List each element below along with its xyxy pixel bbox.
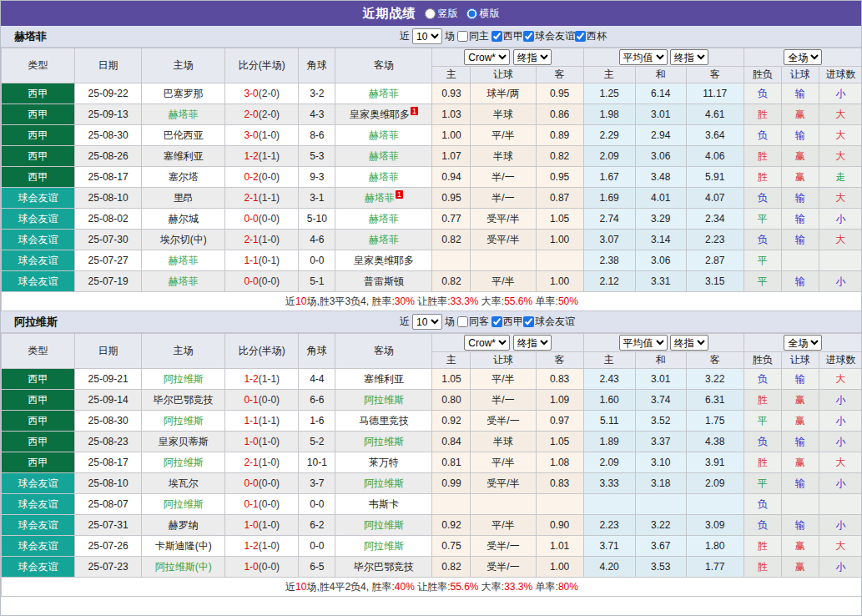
horizontal-radio[interactable] — [466, 8, 477, 19]
league-filters: 西甲球会友谊 — [491, 315, 575, 329]
half-time-score: (0-0) — [259, 498, 280, 510]
avg-away: 6.31 — [686, 390, 744, 411]
col-odds-handicap: 让球 — [471, 67, 536, 83]
team-title: 赫塔菲 — [14, 29, 47, 44]
away-team-cell: 阿拉维斯 — [335, 515, 432, 536]
score-cell: 0-1(0-0) — [225, 494, 299, 515]
section-header: 赫塔菲 近 10 场 同主 西甲球会友谊西杯 — [1, 26, 861, 48]
bookmaker-select[interactable]: Crow* — [464, 49, 510, 65]
avg-away: 1.80 — [686, 536, 744, 557]
odds-away: 0.87 — [536, 188, 583, 209]
home-team-cell: 阿拉维斯 — [142, 494, 225, 515]
result-goals: 大 — [819, 536, 862, 557]
league-filter-option[interactable]: 西甲 — [491, 29, 523, 43]
match-row: 球会友谊25-07-26卡斯迪隆(中)1-2(1-0)0-0阿拉维斯0.75受半… — [2, 536, 862, 557]
odds-handicap: 受半/一 — [471, 557, 536, 578]
col-avg-home: 主 — [583, 352, 635, 369]
same-venue-option[interactable]: 同主 — [457, 29, 489, 43]
col-date: 日期 — [75, 334, 142, 369]
league-filter-option[interactable]: 西甲 — [491, 315, 523, 329]
col-home: 主场 — [142, 334, 225, 369]
league-label: 球会友谊 — [535, 315, 575, 329]
layout-option-horizontal[interactable]: 横版 — [466, 7, 500, 21]
full-time-score: 0-2 — [244, 171, 258, 183]
team-name: 巴塞罗那 — [164, 88, 204, 99]
avg-home: 2.09 — [583, 146, 635, 167]
match-date: 25-08-23 — [75, 432, 142, 452]
score-cell: 2-1(1-0) — [225, 452, 299, 473]
score-cell: 1-0(1-0) — [225, 515, 299, 536]
match-row: 西甲25-08-30阿拉维斯1-1(1-1)1-6马德里竞技0.92受半/一0.… — [2, 411, 862, 432]
result-wl: 平 — [744, 473, 781, 494]
score-cell: 1-1(0-1) — [225, 250, 299, 271]
result-wl: 胜 — [744, 536, 781, 557]
league-filter-option[interactable]: 西杯 — [575, 29, 607, 43]
average-select[interactable]: 平均值 — [619, 335, 668, 351]
team-name: 阿拉维斯 — [364, 394, 404, 406]
odds-stage-select[interactable]: 终指 — [513, 49, 552, 65]
away-team-cell: 莱万特 — [335, 452, 432, 473]
result-group-header: 全场 — [744, 48, 862, 67]
same-venue-checkbox[interactable] — [457, 31, 468, 42]
avg-draw: 3.18 — [635, 473, 686, 494]
layout-option-vertical[interactable]: 竖版 — [425, 7, 458, 21]
average-select[interactable]: 平均值 — [619, 49, 668, 65]
league-checkbox[interactable] — [491, 316, 502, 327]
result-handicap: 输 — [781, 515, 819, 536]
score-cell: 3-0(1-0) — [225, 125, 299, 146]
league-checkbox[interactable] — [491, 31, 502, 42]
period-select[interactable]: 全场 — [784, 49, 822, 65]
result-handicap: 输 — [781, 271, 819, 292]
match-date: 25-09-13 — [75, 104, 142, 125]
avg-home: 3.33 — [583, 473, 635, 494]
avg-home: 5.11 — [583, 411, 635, 432]
result-handicap: 输 — [781, 473, 819, 494]
league-checkbox[interactable] — [575, 31, 586, 42]
result-wl: 平 — [744, 209, 781, 230]
type-badge: 西甲 — [2, 432, 75, 452]
same-venue-label: 同主 — [469, 29, 489, 43]
avg-home: 2.23 — [583, 515, 635, 536]
avg-draw: 3.37 — [635, 432, 686, 452]
team-name: 埃尔切(中) — [160, 234, 207, 245]
avg-away: 5.91 — [686, 167, 744, 188]
league-checkbox[interactable] — [523, 316, 534, 327]
odds-handicap: 半/一 — [471, 188, 536, 209]
period-select[interactable]: 全场 — [784, 335, 822, 351]
league-filter-option[interactable]: 球会友谊 — [523, 315, 575, 329]
half-time-score: (1-0) — [259, 457, 280, 468]
full-time-score: 0-1 — [244, 394, 258, 406]
league-checkbox[interactable] — [523, 31, 534, 42]
match-date: 25-07-19 — [75, 271, 142, 292]
odds-group-header: Crow* 终指 — [432, 48, 583, 67]
result-wl: 负 — [744, 369, 781, 390]
avg-stage-select[interactable]: 终指 — [670, 49, 708, 65]
match-count-select[interactable]: 10 — [412, 314, 442, 330]
avg-stage-select[interactable]: 终指 — [670, 335, 708, 351]
summary-value: 40% — [395, 581, 415, 593]
near-label: 近 — [400, 315, 410, 329]
league-filter-option[interactable]: 球会友谊 — [523, 29, 575, 43]
same-venue-option[interactable]: 同客 — [457, 315, 489, 329]
vertical-radio[interactable] — [425, 8, 436, 19]
col-result-wl: 胜负 — [744, 67, 781, 83]
half-time-score: (0-0) — [259, 275, 280, 287]
match-row: 西甲25-09-13赫塔菲2-0(2-0)4-3皇家奥维耶多11.03半球0.8… — [2, 104, 862, 125]
match-count-select[interactable]: 10 — [412, 28, 442, 44]
home-team-cell: 阿拉维斯 — [142, 452, 225, 473]
avg-away: 3.91 — [686, 452, 744, 473]
same-venue-checkbox[interactable] — [457, 316, 468, 327]
corner-cell: 5-3 — [299, 146, 335, 167]
odds-home: 1.03 — [432, 104, 471, 125]
bookmaker-select[interactable]: Crow* — [464, 335, 510, 351]
type-badge: 球会友谊 — [2, 515, 75, 536]
corner-cell: 3-7 — [299, 473, 335, 494]
avg-away: 3.15 — [686, 271, 744, 292]
full-time-score: 1-1 — [244, 255, 258, 266]
team-name: 阿拉维斯 — [364, 519, 404, 531]
section-getafe: 赫塔菲 近 10 场 同主 西甲球会友谊西杯 类型 — [1, 26, 861, 311]
summary-text: 场,胜4平2负4, 胜率: — [306, 581, 394, 593]
team-name: 赫塔菲 — [369, 129, 399, 141]
odds-home: 1.05 — [432, 369, 471, 390]
odds-stage-select[interactable]: 终指 — [513, 335, 552, 351]
